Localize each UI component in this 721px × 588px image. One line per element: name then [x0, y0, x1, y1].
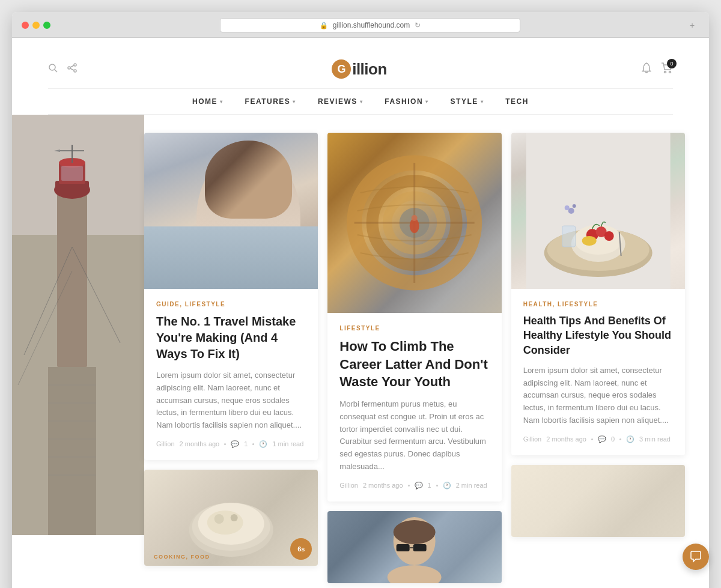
- svg-rect-47: [413, 544, 427, 551]
- cart-badge: 0: [667, 59, 677, 68]
- card-title-2[interactable]: How To Climb The Career Latter And Don't…: [339, 338, 489, 391]
- svg-point-45: [394, 520, 436, 544]
- svg-point-8: [669, 71, 671, 73]
- comment-icon: 💬: [231, 440, 239, 448]
- article-card-person[interactable]: [327, 511, 501, 583]
- nav-features[interactable]: FEATURES ▾: [245, 97, 296, 106]
- browser-chrome: 🔒 gillion.shufflehound.com ↻ +: [12, 12, 709, 38]
- chevron-down-icon: ▾: [293, 99, 296, 105]
- cart-icon-wrap[interactable]: 0: [661, 62, 673, 76]
- svg-line-1: [55, 70, 57, 72]
- card-body-3: HEALTH, LIFESTYLE Health Tips And Benefi…: [511, 289, 685, 455]
- svg-point-7: [664, 71, 666, 73]
- clock-icon-3: 🕐: [626, 435, 634, 443]
- nav-style[interactable]: STYLE ▾: [451, 97, 484, 106]
- nav-home[interactable]: HOME ▾: [192, 97, 224, 106]
- logo-text: illion: [352, 60, 387, 79]
- site-nav: HOME ▾ FEATURES ▾ REVIEWS ▾ FASHION ▾ ST…: [48, 88, 673, 115]
- svg-line-6: [70, 68, 74, 70]
- card-image-1: [144, 133, 318, 289]
- site-logo[interactable]: G illion: [332, 59, 387, 79]
- address-bar[interactable]: 🔒 gillion.shufflehound.com ↻: [220, 18, 520, 32]
- header-right: 0: [642, 62, 673, 76]
- svg-point-34: [214, 514, 224, 524]
- article-card-light[interactable]: [511, 465, 685, 537]
- card-author-2: Gillion: [339, 482, 358, 489]
- maximize-button[interactable]: [43, 22, 50, 29]
- cards-area: GUIDE, LIFESTYLE The No. 1 Travel Mistak…: [12, 115, 709, 588]
- comment-icon-3: 💬: [598, 435, 606, 443]
- card-image-2: [327, 133, 501, 313]
- bell-icon[interactable]: [642, 62, 651, 76]
- card-body-1: GUIDE, LIFESTYLE The No. 1 Travel Mistak…: [144, 289, 318, 460]
- site-wrapper: G illion: [12, 38, 709, 588]
- card-meta-3: Gillion 2 months ago 💬 0 🕐 3 min read: [523, 435, 673, 443]
- chat-button[interactable]: [683, 544, 709, 570]
- partial-category: COOKING, FOOD: [154, 554, 210, 560]
- card-author-3: Gillion: [523, 435, 542, 443]
- svg-point-58: [582, 236, 596, 246]
- chevron-down-icon: ▾: [481, 99, 484, 105]
- new-tab-button[interactable]: +: [690, 20, 699, 30]
- svg-point-49: [388, 565, 442, 583]
- comment-icon-2: 💬: [415, 482, 423, 489]
- card-category-2: LIFESTYLE: [339, 325, 489, 332]
- traffic-lights: [22, 22, 50, 29]
- close-button[interactable]: [22, 22, 29, 29]
- card-column-3: HEALTH, LIFESTYLE Health Tips And Benefi…: [511, 133, 685, 583]
- share-icon[interactable]: [67, 63, 77, 75]
- svg-rect-46: [397, 544, 410, 551]
- article-card-1[interactable]: GUIDE, LIFESTYLE The No. 1 Travel Mistak…: [144, 133, 318, 460]
- svg-point-0: [49, 64, 55, 70]
- card-meta-2: Gillion 2 months ago 💬 1 🕐 2 min read: [339, 482, 489, 489]
- card-category-3: HEALTH, LIFESTYLE: [523, 301, 673, 308]
- svg-point-2: [74, 64, 76, 66]
- svg-point-33: [207, 511, 243, 535]
- svg-point-63: [572, 204, 576, 208]
- svg-point-35: [231, 514, 238, 521]
- article-card-3[interactable]: HEALTH, LIFESTYLE Health Tips And Benefi…: [511, 133, 685, 455]
- search-icon[interactable]: [48, 63, 58, 75]
- card-column-2: LIFESTYLE How To Climb The Career Latter…: [327, 133, 501, 583]
- svg-line-5: [70, 65, 74, 67]
- main-content: GUIDE, LIFESTYLE The No. 1 Travel Mistak…: [12, 115, 709, 588]
- card-column-1: GUIDE, LIFESTYLE The No. 1 Travel Mistak…: [144, 133, 318, 583]
- logo-icon: G: [332, 59, 351, 79]
- svg-point-62: [564, 205, 569, 210]
- card-image-3: [511, 133, 685, 289]
- card-excerpt-3: Lorem ipsum dolor sit amet, consectetur …: [523, 365, 673, 427]
- card-author-1: Gillion: [156, 440, 175, 447]
- clock-icon-2: 🕐: [443, 482, 451, 489]
- chevron-down-icon: ▾: [425, 99, 429, 105]
- card-title-3[interactable]: Health Tips And Benefits Of Healthy Life…: [523, 314, 673, 357]
- card-meta-1: Gillion 2 months ago 💬 1 🕐 1 min read: [156, 440, 306, 448]
- svg-rect-59: [562, 226, 575, 247]
- browser-window: 🔒 gillion.shufflehound.com ↻ +: [12, 12, 709, 588]
- header-top: G illion: [48, 50, 673, 88]
- header-left: [48, 63, 77, 75]
- card-category-1: GUIDE, LIFESTYLE: [156, 301, 306, 308]
- card-title-1[interactable]: The No. 1 Travel Mistake You're Making (…: [156, 314, 306, 362]
- chevron-down-icon: ▾: [360, 99, 364, 105]
- minimize-button[interactable]: [32, 22, 40, 29]
- url-text: gillion.shufflehound.com: [333, 21, 410, 29]
- card-excerpt-1: Lorem ipsum dolor sit amet, consectetur …: [156, 369, 306, 432]
- site-header: G illion: [12, 38, 709, 115]
- article-card-2[interactable]: LIFESTYLE How To Climb The Career Latter…: [327, 133, 501, 502]
- svg-point-43: [412, 215, 418, 221]
- card-excerpt-2: Morbi fermentum purus metus, eu consequa…: [339, 398, 489, 473]
- svg-point-4: [74, 70, 76, 72]
- chevron-down-icon: ▾: [220, 99, 224, 105]
- reload-icon[interactable]: ↻: [415, 21, 421, 29]
- nav-reviews[interactable]: REVIEWS ▾: [318, 97, 363, 106]
- card-body-2: LIFESTYLE How To Climb The Career Latter…: [327, 313, 501, 502]
- article-card-risotto[interactable]: 6s COOKING, FOOD: [144, 470, 318, 566]
- svg-point-3: [68, 67, 70, 69]
- svg-point-57: [604, 231, 613, 241]
- nav-tech[interactable]: TECH: [505, 97, 529, 106]
- clock-icon: 🕐: [259, 440, 267, 448]
- nav-fashion[interactable]: FASHION ▾: [385, 97, 428, 106]
